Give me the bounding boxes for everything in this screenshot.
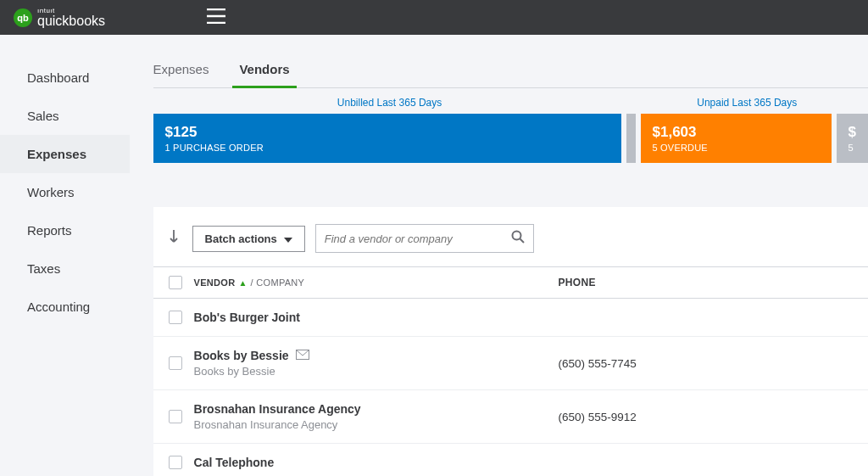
band-purchase-order[interactable]: $125 1 PURCHASE ORDER	[153, 114, 621, 163]
band-amount: $125	[165, 124, 609, 141]
summary-bands: $125 1 PURCHASE ORDER $1,603 5 OVERDUE $…	[153, 114, 868, 163]
vendor-company: Brosnahan Insurance Agency	[194, 418, 559, 431]
table-body: Bob's Burger Joint Books by Bessie Books…	[153, 299, 868, 476]
sort-icon[interactable]	[169, 228, 182, 249]
band-label: 5 OVERDUE	[653, 143, 820, 153]
hamburger-icon[interactable]	[207, 8, 225, 27]
band-label: 5	[849, 143, 856, 153]
chevron-down-icon	[284, 232, 292, 245]
band-amount: $	[849, 124, 856, 141]
top-bar: qb ıntuıt quickbooks	[0, 0, 868, 35]
row-checkbox[interactable]	[169, 356, 182, 370]
vendor-cell: Bob's Burger Joint	[194, 311, 559, 324]
band-label: 1 PURCHASE ORDER	[165, 143, 609, 153]
sidebar-item-taxes[interactable]: Taxes	[0, 249, 130, 288]
toolbar: Batch actions	[153, 224, 868, 266]
table-row[interactable]: Bob's Burger Joint	[153, 299, 868, 337]
brand-logo[interactable]: qb ıntuıt quickbooks	[14, 8, 105, 28]
sidebar-item-dashboard[interactable]: Dashboard	[0, 59, 130, 97]
sidebar-item-reports[interactable]: Reports	[0, 211, 130, 249]
sidebar-item-accounting[interactable]: Accounting	[0, 288, 130, 326]
search-input[interactable]	[325, 232, 511, 245]
search-icon[interactable]	[511, 230, 525, 247]
row-checkbox[interactable]	[169, 410, 182, 423]
svg-point-0	[512, 232, 520, 240]
vendor-name: Cal Telephone	[194, 456, 559, 469]
table-row[interactable]: Books by Bessie Books by Bessie(650) 555…	[153, 337, 868, 390]
brand-quickbooks: quickbooks	[37, 14, 105, 28]
band-open[interactable]: $ 5	[837, 114, 868, 163]
unbilled-header: Unbilled Last 365 Days	[153, 97, 626, 109]
band-overdue[interactable]: $1,603 5 OVERDUE	[641, 114, 832, 163]
sidebar-item-expenses[interactable]: Expenses	[0, 135, 130, 173]
phone-cell: (650) 555-7745	[559, 357, 858, 370]
vendor-name: Brosnahan Insurance Agency	[194, 402, 559, 416]
tabs: Expenses Vendors	[153, 53, 868, 88]
select-all-checkbox[interactable]	[169, 276, 182, 289]
main-content: Expenses Vendors Unbilled Last 365 Days …	[130, 35, 868, 476]
band-amount: $1,603	[653, 124, 820, 141]
vendor-name: Bob's Burger Joint	[194, 311, 559, 324]
th-phone[interactable]: PHONE	[559, 277, 858, 288]
batch-actions-button[interactable]: Batch actions	[192, 226, 305, 252]
phone-cell: (650) 555-9912	[559, 411, 858, 423]
tab-vendors[interactable]: Vendors	[239, 53, 289, 87]
th-checkbox	[169, 276, 194, 289]
vendor-cell: Cal Telephone	[194, 456, 559, 469]
vendor-list-card: Batch actions VENDOR	[153, 207, 868, 476]
sort-asc-icon: ▲	[238, 278, 247, 288]
col-vendor-label: VENDOR	[194, 277, 236, 288]
vendor-company: Books by Bessie	[194, 365, 559, 378]
summary-headers: Unbilled Last 365 Days Unpaid Last 365 D…	[153, 97, 868, 109]
search-input-wrap[interactable]	[315, 224, 534, 253]
table-header: VENDOR ▲ / COMPANY PHONE	[153, 266, 868, 299]
batch-label: Batch actions	[205, 232, 277, 245]
vendor-name: Books by Bessie	[194, 349, 559, 362]
col-company-label: / COMPANY	[251, 277, 305, 288]
brand-text: ıntuıt quickbooks	[37, 8, 105, 28]
sidebar-item-workers[interactable]: Workers	[0, 173, 130, 211]
sidebar-item-sales[interactable]: Sales	[0, 97, 130, 135]
row-checkbox[interactable]	[169, 311, 182, 324]
unpaid-header: Unpaid Last 365 Days	[626, 97, 868, 109]
table-row[interactable]: Cal Telephone	[153, 444, 868, 476]
mail-icon	[296, 349, 309, 362]
row-checkbox[interactable]	[169, 456, 182, 469]
table-row[interactable]: Brosnahan Insurance Agency Brosnahan Ins…	[153, 390, 868, 444]
th-vendor[interactable]: VENDOR ▲ / COMPANY	[194, 277, 559, 288]
sidebar: Dashboard Sales Expenses Workers Reports…	[0, 35, 130, 476]
vendor-cell: Books by Bessie Books by Bessie	[194, 349, 559, 378]
quickbooks-icon: qb	[14, 8, 32, 27]
vendor-cell: Brosnahan Insurance Agency Brosnahan Ins…	[194, 402, 559, 431]
band-spacer	[626, 114, 636, 163]
tab-expenses[interactable]: Expenses	[153, 53, 209, 87]
